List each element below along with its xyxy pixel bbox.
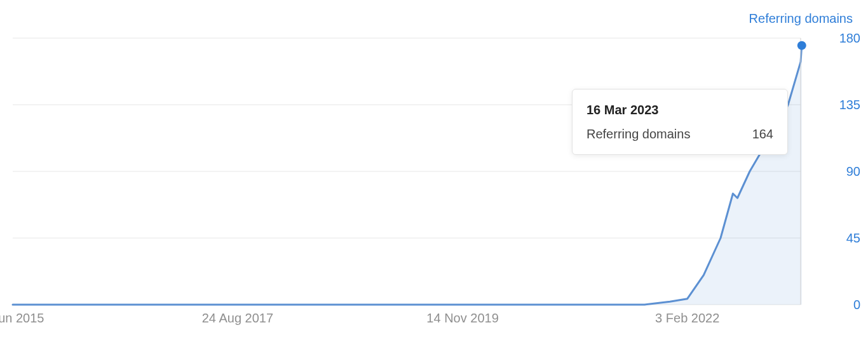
series-end-dot (797, 41, 806, 50)
x-axis-ticks: 4 Jun 201524 Aug 201714 Nov 20193 Feb 20… (13, 311, 801, 330)
y-tick-label: 135 (822, 98, 860, 112)
x-tick-label: 24 Aug 2017 (202, 311, 273, 326)
y-tick-label: 90 (822, 164, 860, 179)
tooltip: 16 Mar 2023 Referring domains 164 (572, 89, 788, 155)
y-tick-label: 180 (822, 31, 860, 46)
y-tick-label: 0 (822, 298, 860, 312)
tooltip-metric-value: 164 (752, 124, 773, 144)
x-tick-label: 14 Nov 2019 (426, 311, 498, 326)
y-tick-label: 45 (822, 231, 860, 246)
x-tick-label: 3 Feb 2022 (655, 311, 719, 326)
series-area (13, 46, 802, 305)
gridlines (13, 38, 801, 305)
chart-svg (13, 38, 801, 305)
chart-container: Referring domains 18013590450 4 Jun 2015… (0, 0, 868, 344)
x-tick-label: 4 Jun 2015 (0, 311, 44, 326)
plot-area[interactable] (13, 38, 801, 305)
legend-label[interactable]: Referring domains (749, 11, 853, 26)
series-line (13, 46, 802, 305)
y-axis-ticks: 18013590450 (822, 38, 860, 305)
tooltip-date: 16 Mar 2023 (587, 100, 773, 120)
tooltip-metric-label: Referring domains (587, 124, 690, 144)
